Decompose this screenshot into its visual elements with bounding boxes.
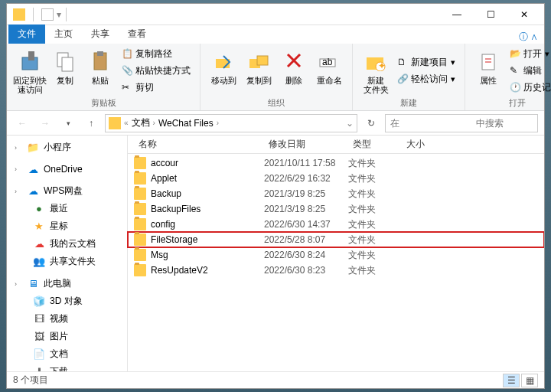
new-folder-button[interactable]: ✦新建 文件夹 [359,47,393,94]
sidebar-item[interactable]: ›☁OneDrive [7,161,127,178]
navigation-pane: ›📁小程序›☁OneDrive›☁WPS网盘●最近★星标☁我的云文档👥共享文件夹… [7,136,128,371]
copy-button[interactable]: 复制 [48,47,82,94]
sidebar-item[interactable]: 🎞视频 [7,310,127,328]
column-name[interactable]: 名称 [134,138,264,151]
paste-shortcut-button[interactable]: 📎粘贴快捷方式 [119,63,194,79]
status-bar: 8 个项目 ☰ ▦ [7,371,544,388]
svg-text:ab: ab [322,57,333,67]
column-headers: 名称 修改日期 类型 大小 [128,136,544,154]
refresh-button[interactable]: ↻ [362,114,380,132]
new-item-button[interactable]: 🗋新建项目 ▾ [394,54,458,70]
file-row[interactable]: ResUpdateV22022/6/30 8:23文件夹 [128,263,544,278]
easy-access-button[interactable]: 🔗轻松访问 ▾ [394,71,458,87]
copy-to-button[interactable]: 复制到 [242,47,276,94]
sidebar-item[interactable]: ›📁小程序 [7,139,127,156]
svg-rect-5 [97,51,103,56]
folder-icon [134,264,146,276]
file-row[interactable]: FileStorage2022/5/28 8:07文件夹 [128,232,544,247]
open-group-label: 打开 [509,97,526,109]
file-list-pane: 名称 修改日期 类型 大小 accour2021/10/11 17:58文件夹A… [128,136,544,371]
file-row[interactable]: Backup2021/3/19 8:25文件夹 [128,186,544,201]
folder-icon [134,172,146,185]
titlebar: ▾ — ☐ ✕ [7,4,544,25]
address-bar[interactable]: « 文档 › WeChat Files › ⌄ [105,114,357,132]
item-count: 8 个项目 [13,374,48,387]
pin-quick-access-button[interactable]: 固定到快 速访问 [13,47,47,94]
sidebar-item[interactable]: 👥共享文件夹 [7,253,127,270]
file-row[interactable]: BackupFiles2021/3/19 8:25文件夹 [128,201,544,217]
folder-icon [41,8,54,21]
address-bar-row: ← → ▾ ↑ « 文档 › WeChat Files › ⌄ ↻ [7,111,544,136]
sidebar-item[interactable]: ★星标 [7,217,127,235]
breadcrumb[interactable]: 文档 [129,116,153,129]
folder-icon [109,117,121,129]
ribbon: 固定到快 速访问 复制 粘贴 📋复制路径 📎粘贴快捷方式 ✂剪切 剪贴板 [7,44,544,111]
up-button[interactable]: ↑ [82,114,100,132]
file-row[interactable]: Msg2022/6/30 8:24文件夹 [128,247,544,263]
sidebar-item[interactable]: 🧊3D 对象 [7,292,127,310]
column-type[interactable]: 类型 [348,138,402,151]
organize-group-label: 组织 [268,97,285,109]
new-group-label: 新建 [400,97,417,109]
forward-button[interactable]: → [36,114,54,132]
tiles-view-button[interactable]: ▦ [521,374,538,387]
breadcrumb[interactable]: WeChat Files [155,118,217,129]
tab-file[interactable]: 文件 [8,24,45,44]
ribbon-tabs: 文件 主页 共享 查看 ⓘ ∧ [7,25,544,44]
folder-icon [134,234,146,246]
history-button[interactable]: 🕐历史记录 [507,80,551,96]
sidebar-item[interactable]: 🖼图片 [7,328,127,345]
svg-rect-1 [28,51,34,60]
cut-button[interactable]: ✂剪切 [119,80,194,96]
sidebar-item[interactable]: ›☁WPS网盘 [7,182,127,200]
folder-icon [134,157,146,169]
move-to-button[interactable]: 移动到 [207,47,240,94]
help-icon[interactable]: ⓘ ∧ [519,31,538,44]
back-button[interactable]: ← [13,114,31,132]
sidebar-item[interactable]: ›🖥此电脑 [7,275,127,292]
search-input[interactable] [385,114,538,132]
clipboard-group-label: 剪贴板 [91,97,116,109]
folder-icon [134,203,146,215]
open-button[interactable]: 📂打开 ▾ [507,46,551,62]
svg-text:✦: ✦ [378,60,386,71]
edit-button[interactable]: ✎编辑 [507,63,551,79]
rename-button[interactable]: ab重命名 [312,47,346,94]
column-size[interactable]: 大小 [402,138,448,151]
tab-home[interactable]: 主页 [45,24,82,44]
tab-view[interactable]: 查看 [119,24,155,44]
folder-icon [13,8,25,21]
close-button[interactable]: ✕ [507,4,541,25]
copy-path-button[interactable]: 📋复制路径 [119,46,194,62]
column-date[interactable]: 修改日期 [264,138,348,151]
maximize-button[interactable]: ☐ [474,4,507,25]
recent-dropdown[interactable]: ▾ [59,114,77,132]
tab-share[interactable]: 共享 [82,24,119,44]
properties-button[interactable]: 属性 [471,47,505,94]
folder-icon [134,249,146,261]
sidebar-item[interactable]: ●最近 [7,200,127,217]
minimize-button[interactable]: — [440,4,474,25]
details-view-button[interactable]: ☰ [503,374,520,387]
folder-icon [134,218,146,230]
file-row[interactable]: accour2021/10/11 17:58文件夹 [128,155,544,171]
file-row[interactable]: Applet2022/6/29 16:32文件夹 [128,171,544,186]
file-explorer-window: ▾ — ☐ ✕ 文件 主页 共享 查看 ⓘ ∧ 固定到快 速访问 复制 [6,3,545,389]
paste-button[interactable]: 粘贴 [83,47,117,94]
sidebar-item[interactable]: ⬇下载 [7,363,127,371]
file-list: accour2021/10/11 17:58文件夹Applet2022/6/29… [128,154,544,371]
sidebar-item[interactable]: 📄文档 [7,345,127,363]
delete-button[interactable]: 删除 [277,47,311,94]
svg-rect-3 [62,57,73,71]
sidebar-item[interactable]: ☁我的云文档 [7,235,127,253]
folder-icon [134,188,146,200]
file-row[interactable]: config2022/6/30 14:37文件夹 [128,217,544,232]
svg-rect-8 [257,56,268,65]
